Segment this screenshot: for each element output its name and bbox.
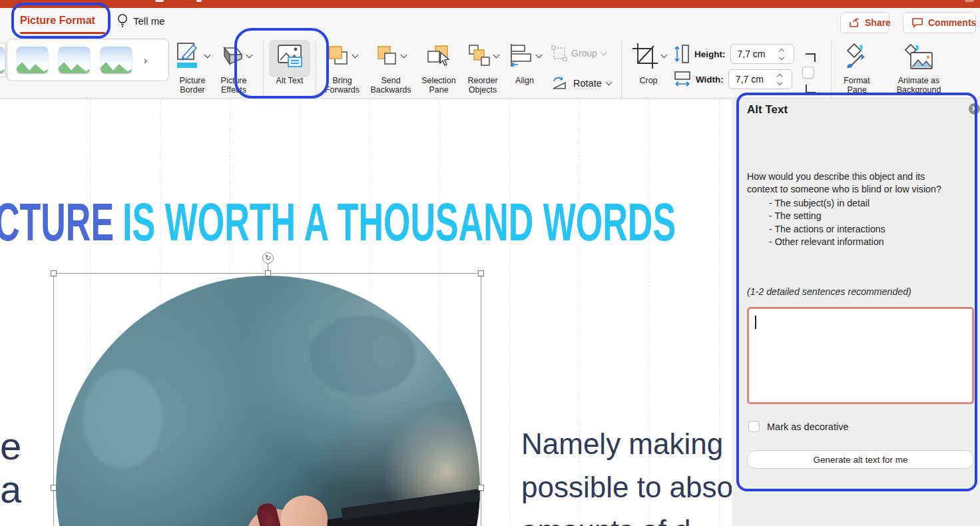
width-label: Width: <box>696 75 724 85</box>
share-label: Share <box>865 17 891 28</box>
alt-text-button[interactable]: Alt Text <box>268 39 312 85</box>
selection-handle-middle-right[interactable] <box>478 485 484 491</box>
rotate-icon <box>551 76 569 91</box>
chevron-down-icon[interactable] <box>493 51 499 58</box>
picture-effects-button[interactable]: Picture Effects <box>214 39 253 95</box>
width-icon <box>674 70 691 89</box>
picture-style-thumbnail[interactable] <box>17 47 48 73</box>
align-icon <box>509 43 534 69</box>
tell-me[interactable]: Tell me <box>117 13 165 28</box>
picture-style-thumbnail[interactable] <box>101 47 132 73</box>
comments-label: Comments <box>928 17 976 28</box>
width-input[interactable] <box>729 74 773 85</box>
rotation-handle-icon[interactable]: ↻ <box>262 252 274 264</box>
chevron-down-icon[interactable] <box>352 51 358 58</box>
picture-border-button[interactable]: Picture Border <box>172 39 213 95</box>
chevron-down-icon[interactable] <box>400 51 407 58</box>
send-backwards-button[interactable]: Send Backwards <box>367 39 415 95</box>
selection-pane-button[interactable]: Selection Pane <box>418 39 459 95</box>
picture-border-label: Picture Border <box>172 76 213 95</box>
reorder-objects-button[interactable]: Reorder Objects <box>462 39 503 95</box>
bullet-item: - The subject(s) in detail <box>769 197 975 210</box>
aspect-corner-top <box>806 53 816 62</box>
rotate-button[interactable]: Rotate <box>551 76 611 91</box>
close-icon[interactable]: ✕ <box>969 103 980 115</box>
slide-title[interactable]: CTUREIS WORTH A THOUSAND WORDS <box>0 192 676 253</box>
alt-text-icon <box>275 43 304 69</box>
text-cursor <box>755 316 756 329</box>
body-text-line: possible to abso <box>521 471 732 504</box>
chevron-down-icon[interactable] <box>246 51 252 58</box>
height-icon <box>674 44 690 64</box>
window-titlebar <box>0 0 980 8</box>
bring-forwards-button[interactable]: Bring Forwards <box>320 39 364 95</box>
send-backwards-icon <box>376 45 399 67</box>
picture-effects-icon <box>216 44 244 68</box>
alt-text-pane-title: Alt Text <box>747 103 788 117</box>
crop-label: Crop <box>629 76 668 85</box>
share-icon <box>849 17 860 28</box>
bullet-item: - The actions or interactions <box>769 223 975 236</box>
chevron-down-icon <box>605 79 612 85</box>
align-label: Align <box>507 76 542 85</box>
animate-as-background-icon <box>901 41 936 71</box>
comments-button[interactable]: Comments <box>903 12 976 33</box>
chevron-down-icon[interactable] <box>204 51 210 58</box>
group-button[interactable]: Group <box>551 45 606 61</box>
selection-handle-top-right[interactable] <box>478 270 484 276</box>
body-text-line: amounts of d <box>521 514 690 526</box>
powerpoint-window: Picture Format Tell me Share Comments <box>0 0 980 526</box>
alt-text-description: How would you describe this object and i… <box>747 170 977 196</box>
description-line: How would you describe this object and i… <box>747 170 977 183</box>
format-pane-button[interactable]: Format Pane <box>836 39 878 95</box>
lock-aspect-ratio-checkbox[interactable] <box>802 67 814 79</box>
tab-picture-format[interactable]: Picture Format <box>20 15 95 27</box>
alt-text-textarea[interactable] <box>747 307 974 404</box>
selection-pane-icon <box>426 45 451 67</box>
rotate-label: Rotate <box>573 78 602 89</box>
alt-text-label: Alt Text <box>268 76 312 85</box>
animate-as-background-label: Animate as Background <box>889 76 948 95</box>
clipped-text-fragment: e <box>0 423 21 468</box>
slide-canvas[interactable]: CTUREIS WORTH A THOUSAND WORDS e a <box>0 99 732 526</box>
share-button[interactable]: Share <box>840 12 889 33</box>
gallery-more-button[interactable]: › <box>144 55 147 66</box>
picture-style-previous-cut[interactable] <box>0 43 6 77</box>
mark-decorative-checkbox[interactable] <box>748 421 760 432</box>
bring-forwards-icon <box>328 45 350 67</box>
width-field <box>728 69 792 89</box>
selection-handle-top-center[interactable] <box>265 270 271 276</box>
crop-button[interactable]: Crop <box>629 39 668 85</box>
chevron-down-icon[interactable] <box>535 51 542 58</box>
recommendation-note: (1-2 detailed sentences recommended) <box>747 286 911 297</box>
ribbon-separator <box>831 41 832 99</box>
group-icon <box>551 45 567 61</box>
generate-alt-text-button[interactable]: Generate alt text for me <box>747 450 974 469</box>
group-label: Group <box>571 48 597 59</box>
format-pane-icon <box>842 41 871 71</box>
selection-handle-middle-left[interactable] <box>51 485 57 491</box>
slide-body-text[interactable]: Namely making possible to abso amounts o… <box>521 426 732 526</box>
height-input[interactable] <box>731 49 775 59</box>
align-button[interactable]: Align <box>507 39 542 85</box>
slide-title-part2: IS WORTH A THOUSAND WORDS <box>122 192 676 252</box>
slide-title-part1: CTURE <box>0 192 114 252</box>
body-text-line: Namely making <box>521 427 723 461</box>
tell-me-label: Tell me <box>133 15 165 27</box>
send-backwards-label: Send Backwards <box>367 76 415 95</box>
animate-as-background-button[interactable]: Animate as Background <box>889 39 948 95</box>
picture-style-thumbnail[interactable] <box>59 47 90 73</box>
alt-text-pane: Alt Text ✕ How would you describe this o… <box>732 99 980 526</box>
selection-handle-top-left[interactable] <box>51 270 57 276</box>
ribbon-separator <box>263 41 264 99</box>
titlebar-icon-fragment <box>155 0 164 2</box>
selection-pane-label: Selection Pane <box>418 76 459 95</box>
alt-text-bullets: - The subject(s) in detail - The setting… <box>769 197 975 249</box>
lightbulb-icon <box>117 13 128 28</box>
clipped-text-fragment: a <box>0 467 21 511</box>
bring-forwards-label: Bring Forwards <box>320 76 364 95</box>
chevron-down-icon[interactable] <box>660 51 667 58</box>
height-stepper[interactable] <box>775 49 788 59</box>
width-stepper[interactable] <box>773 75 786 85</box>
picture-effects-label: Picture Effects <box>214 76 253 95</box>
